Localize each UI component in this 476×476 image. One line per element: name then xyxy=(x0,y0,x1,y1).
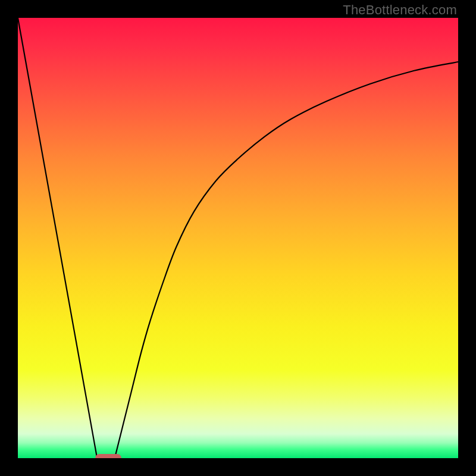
chart-frame: TheBottleneck.com xyxy=(0,0,476,476)
optimal-zone-marker xyxy=(95,454,121,458)
watermark-text: TheBottleneck.com xyxy=(343,2,457,18)
plot-area xyxy=(18,18,458,458)
right-branch-curve xyxy=(115,62,458,458)
left-branch-curve xyxy=(18,18,97,458)
curves-layer xyxy=(18,18,458,458)
